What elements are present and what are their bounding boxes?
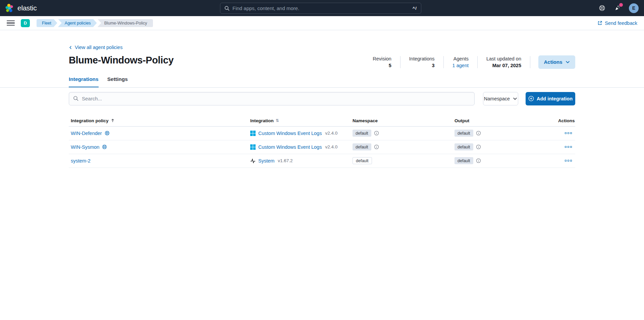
output-badge: default	[454, 143, 473, 150]
stat-integrations-value: 3	[409, 63, 435, 68]
send-feedback-label: Send feedback	[605, 20, 637, 26]
global-search-placeholder: Find apps, content, and more.	[232, 5, 410, 11]
user-avatar[interactable]: E	[629, 3, 639, 13]
system-pulse-icon	[250, 158, 256, 164]
row-actions-icon[interactable]	[564, 158, 573, 163]
integrations-table: Integration policy Integration ⇅ Namespa…	[69, 115, 575, 168]
integration-name-link[interactable]: Custom Windows Event Logs	[258, 144, 322, 150]
windows-logo-icon	[250, 144, 256, 150]
brand-name: elastic	[17, 4, 37, 12]
windows-logo-icon	[250, 131, 256, 136]
column-namespace-label: Namespace	[353, 118, 378, 123]
table-search-box	[69, 92, 475, 105]
integration-cell: Custom Windows Event Logs v2.4.0	[248, 131, 351, 136]
elastic-home-link[interactable]: elastic	[5, 4, 37, 12]
column-actions-label: Actions	[558, 118, 575, 123]
namespace-cell: default	[351, 143, 452, 150]
policy-cell: WIN-Defender	[69, 131, 248, 136]
stat-agents: Agents 1 agent	[444, 56, 478, 68]
page-header: View all agent policies Blume-Windows-Po…	[0, 30, 644, 88]
column-output: Output	[452, 115, 556, 126]
global-search-input[interactable]: Find apps, content, and more. ^/	[220, 3, 421, 14]
actions-cell	[556, 131, 575, 135]
integration-cell: System v1.67.2	[248, 158, 351, 164]
info-icon[interactable]	[476, 144, 481, 149]
integration-name-link[interactable]: System	[258, 158, 274, 164]
policy-name-link[interactable]: WIN-Defender	[71, 131, 102, 136]
info-icon[interactable]	[374, 144, 379, 149]
integration-version: v1.67.2	[278, 158, 292, 163]
namespace-filter-button[interactable]: Namespace	[483, 92, 518, 105]
policy-name-link[interactable]: system-2	[71, 158, 91, 164]
actions-button[interactable]: Actions	[538, 55, 575, 69]
integration-version: v2.4.0	[325, 144, 337, 149]
stat-last-updated-label: Last updated on	[486, 56, 521, 61]
breadcrumb: Fleet Agent policies Blume-Windows-Polic…	[37, 19, 153, 27]
notification-dot	[619, 3, 623, 7]
space-badge[interactable]: D	[21, 19, 30, 27]
search-icon	[73, 96, 79, 101]
table-toolbar: Namespace Add integration	[69, 92, 575, 105]
help-icon[interactable]	[598, 4, 606, 12]
sort-ascending-icon	[111, 119, 115, 123]
policy-summary: Revision 5 Integrations 3 Agents 1 agent…	[364, 55, 575, 69]
stat-last-updated-value: Mar 07, 2025	[486, 63, 521, 68]
integration-cell: Custom Windows Event Logs v2.4.0	[248, 144, 351, 150]
integration-version: v2.4.0	[325, 131, 337, 136]
policy-cell: system-2	[69, 158, 248, 164]
breadcrumb-bar: D Fleet Agent policies Blume-Windows-Pol…	[0, 16, 644, 30]
policy-name-link[interactable]: WIN-Sysmon	[71, 144, 99, 150]
table-search-input[interactable]	[82, 96, 470, 101]
tab-settings[interactable]: Settings	[107, 76, 128, 87]
table-row: system-2 System v1.67.2 default default	[69, 154, 575, 168]
breadcrumb-fleet[interactable]: Fleet	[37, 19, 57, 27]
namespace-badge: default	[353, 130, 371, 137]
row-actions-icon[interactable]	[564, 145, 573, 149]
integrations-panel: Namespace Add integration Integration po…	[69, 92, 575, 168]
external-link-icon	[597, 20, 602, 26]
namespace-badge: default	[353, 143, 371, 150]
page-title: Blume-Windows-Policy	[69, 55, 173, 66]
send-feedback-link[interactable]: Send feedback	[597, 20, 639, 26]
namespace-cell: default	[351, 157, 452, 164]
info-icon[interactable]	[476, 131, 481, 136]
output-cell: default	[452, 130, 556, 137]
table-row: WIN-Sysmon Custom Windows Event L	[69, 140, 575, 154]
row-actions-icon[interactable]	[564, 131, 573, 135]
header-actions: E	[598, 3, 639, 13]
newsfeed-icon[interactable]	[613, 4, 622, 12]
policy-cell: WIN-Sysmon	[69, 144, 248, 150]
policy-help-icon[interactable]	[102, 144, 107, 149]
policy-tabs: Integrations Settings	[69, 76, 575, 87]
menu-icon[interactable]	[7, 19, 15, 27]
actions-cell	[556, 158, 575, 163]
actions-button-label: Actions	[544, 59, 562, 65]
view-all-policies-label: View all agent policies	[75, 45, 122, 50]
column-integration-policy[interactable]: Integration policy	[69, 115, 248, 126]
table-row: WIN-Defender Custom Windows Event	[69, 127, 575, 140]
plus-circle-icon	[528, 96, 534, 101]
tab-integrations[interactable]: Integrations	[69, 76, 99, 87]
chevron-down-icon	[513, 96, 517, 101]
chevron-down-icon	[566, 60, 570, 64]
stat-last-updated: Last updated on Mar 07, 2025	[478, 56, 530, 68]
namespace-cell: default	[351, 130, 452, 137]
add-integration-button[interactable]: Add integration	[526, 92, 575, 105]
output-badge: default	[454, 130, 473, 137]
breadcrumb-agent-policies[interactable]: Agent policies	[58, 19, 97, 27]
namespace-filter-label: Namespace	[484, 96, 510, 101]
view-all-policies-link[interactable]: View all agent policies	[69, 45, 122, 50]
chevron-left-icon	[69, 46, 72, 49]
stat-agents-value-link[interactable]: 1 agent	[452, 63, 469, 68]
column-actions: Actions	[556, 115, 577, 126]
info-icon[interactable]	[476, 158, 481, 163]
column-namespace: Namespace	[351, 115, 452, 126]
column-integration[interactable]: Integration ⇅	[248, 115, 351, 126]
column-integration-policy-label: Integration policy	[71, 118, 109, 123]
info-icon[interactable]	[374, 131, 379, 136]
stat-revision-value: 5	[373, 63, 391, 68]
policy-help-icon[interactable]	[105, 131, 110, 136]
sort-both-icon: ⇅	[276, 118, 279, 123]
integration-name-link[interactable]: Custom Windows Event Logs	[258, 131, 322, 136]
stat-revision-label: Revision	[373, 56, 391, 61]
